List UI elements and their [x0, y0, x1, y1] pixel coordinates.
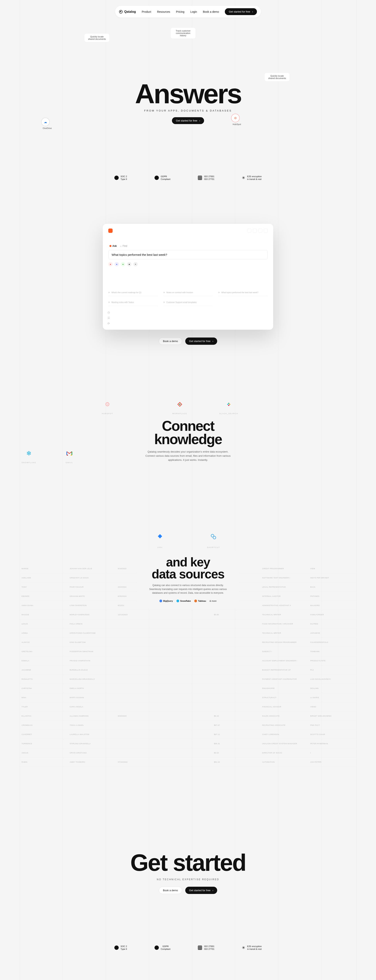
tool-1-icon[interactable] [247, 229, 251, 233]
svg-rect-3 [228, 405, 229, 406]
nav-login[interactable]: Login [190, 10, 197, 13]
table-row: ESMALAPRASAD VANRISTHYNACCOUNT EMPLOYMEN… [20, 656, 356, 665]
query-window: Ask ⌕Find ● ● ● ● + ⟳What's the current … [103, 224, 273, 330]
source-chip-3[interactable]: ● [121, 262, 125, 266]
badge-iso-2: ISO 27001ISO 27701 [198, 945, 214, 951]
callout-documents: Quickly locate shared documents [84, 33, 109, 42]
add-source-chip[interactable]: + [133, 262, 138, 266]
callout-communication: Track customer communication history [170, 27, 196, 39]
table-row: LENNAOPERATIONS FULMESTONETECHNICAL WRIT… [20, 628, 356, 638]
tab-find[interactable]: ⌕Find [120, 245, 127, 247]
tag-bigquery: BigQuery [159, 600, 173, 602]
badge-gdpr: GDPRCompliant [154, 175, 171, 181]
datasources-description: Qatalog can also connect to various stru… [149, 584, 227, 595]
table-row: JACOBINEBURDELLIN-DILELEBUDGET REPRESENT… [20, 665, 356, 675]
table-row: CHRYSTNAEMELIA NORTHEMJADHORIEDEALINN [20, 684, 356, 693]
gdpr-icon [154, 945, 159, 950]
logo[interactable]: Qatalog [119, 10, 136, 14]
source-chip-1[interactable]: ● [108, 262, 113, 266]
search-icon: ⌕ [120, 245, 122, 247]
hubspot-icon: ⚙ [231, 114, 240, 122]
nav-product[interactable]: Product [142, 10, 151, 13]
suggestion-item[interactable]: ⟳Meeting notes with Tealux [108, 300, 158, 306]
suggestion-item[interactable]: ⟳Customer Support email templates [163, 300, 213, 306]
brand-name: Qatalog [124, 10, 136, 14]
svg-rect-1 [229, 404, 230, 405]
hero-subtitle: FROM YOUR APPS, DOCUMENTS & DATABASES [0, 109, 376, 112]
clock-icon[interactable]: ◷ [108, 311, 110, 314]
badge-gdpr-2: GDPRCompliant [154, 945, 171, 951]
getstarted-subtitle: NO TECHNICAL EXPERTISE REQUIRED [0, 878, 376, 881]
tool-2-icon[interactable] [253, 229, 257, 233]
suggestion-item[interactable]: ⟳Notes on contract with Invision [163, 290, 213, 296]
tag-more: & more [209, 600, 216, 602]
svg-rect-0 [227, 404, 228, 405]
connect-title: Connectknowledge [0, 419, 376, 446]
table-row: GRETELINAPODDERTON SWAETNAMSUBJECT ITONB… [20, 647, 356, 656]
getstarted-section: Get started NO TECHNICAL EXPERTISE REQUI… [0, 794, 376, 980]
table-row: ALINYCEKING ELUMFTOMRECRUITING DESIGN PR… [20, 638, 356, 647]
nav-pricing[interactable]: Pricing [176, 10, 184, 13]
table-row: MINAMARTI-GOOKINSTRUCTURACTLA MARIE [20, 693, 356, 702]
soc2-icon [114, 945, 119, 950]
gs-demo-button[interactable]: Book a demo [159, 887, 182, 894]
datasources-section: JIRA SHORTCUT MARGEJOHANY-VAN DER LELIE9… [0, 482, 376, 794]
svg-point-5 [213, 536, 216, 539]
hero-title: Answers [0, 80, 376, 108]
gs-start-button[interactable]: Get started for free [185, 887, 217, 894]
nav-resources[interactable]: Resources [157, 10, 170, 13]
gmail-integration-icon [65, 449, 74, 458]
badge-iso: ISO 27001ISO 27701 [198, 175, 214, 181]
snowflake-tag-icon [176, 600, 179, 602]
shortcut-integration-icon [209, 533, 217, 541]
hubspot-integration-icon: ⚙ [103, 399, 112, 409]
app-logo-icon [108, 229, 113, 233]
svg-rect-2 [228, 403, 229, 404]
soc2-icon [114, 176, 119, 180]
table-row: LEXUSFIOLA ORBANFOOD INFORMATION / ARCHI… [20, 619, 356, 628]
gdpr-icon [154, 176, 159, 180]
bigquery-icon [159, 600, 162, 602]
history-icon[interactable]: ⟳ [108, 322, 110, 325]
encryption-icon: ✳ [242, 175, 245, 180]
iso-icon [198, 176, 202, 180]
encryption-icon: ✳ [242, 945, 245, 950]
source-chip-4[interactable]: ● [127, 262, 132, 266]
getstarted-title: Get started [0, 849, 376, 876]
query-input[interactable] [108, 250, 268, 259]
hero-cta-button[interactable]: Get started for free [172, 117, 204, 124]
onedrive-icon: ☁ [41, 118, 50, 126]
callout-documents-2: Quickly locate shared documents [264, 73, 290, 81]
suggestion-item[interactable]: ⟳What's the current roadmap for Q1 [108, 290, 158, 296]
start-button[interactable]: Get started for free [185, 337, 217, 345]
header: Qatalog Product Resources Pricing Login … [0, 0, 376, 21]
table-row: ROSALETTAMARCELLINA DRUCEKELLYPAYMENT AS… [20, 675, 356, 684]
query-demo-section: Ask ⌕Find ● ● ● ● + ⟳What's the current … [0, 196, 376, 364]
table-row: RABIGAMBY THOBORO07/16/2022$81.54AUTOMAT… [20, 757, 356, 767]
tool-3-icon[interactable] [258, 229, 262, 233]
table-row: CROWBACKTISHA A ANGEL$87.67RECRUITING AS… [20, 721, 356, 730]
demo-button[interactable]: Book a demo [159, 337, 182, 345]
nav-book-demo[interactable]: Book a demo [203, 10, 219, 13]
table-row: TORRENCESTIRLING-GRANISELLI$96.31UNALIGN… [20, 739, 356, 748]
tool-4-icon[interactable] [264, 229, 268, 233]
table-row: ELLANTHAALLANDA-HUBRONS9/20/2023$9.42SAL… [20, 711, 356, 721]
jira-integration-icon [156, 533, 164, 541]
iso-icon [198, 945, 202, 950]
workplace-integration-icon [175, 399, 184, 409]
badge-encryption: ✳ E2E encryptionin transit & rest [242, 175, 262, 181]
compliance-badges: SOC 2Type II GDPRCompliant ISO 27001ISO … [0, 144, 376, 196]
hero: Answers FROM YOUR APPS, DOCUMENTS & DATA… [0, 21, 376, 144]
badge-soc2-2: SOC 2Type II [114, 945, 127, 951]
table-row: ANGUSORVIS GRISTIANO$9.62DIRECTOR OF SOC… [20, 748, 356, 757]
suggestion-list: ⟳What's the current roadmap for Q1⟳Notes… [108, 290, 268, 306]
bookmark-icon[interactable]: ☰ [108, 317, 110, 320]
slack-integration-icon [224, 399, 233, 409]
logo-icon [119, 10, 122, 14]
nav-cta-button[interactable]: Get started for free [225, 8, 257, 15]
tab-ask[interactable]: Ask [109, 245, 117, 247]
snowflake-integration-icon: ❄ [24, 449, 33, 458]
table-row: MAGGIEMORLEY-GHERUSSIS12/13/2023$5.80TEC… [20, 610, 356, 619]
suggestion-item[interactable]: ⟳What topics performed the best last wee… [218, 290, 268, 296]
source-chip-2[interactable]: ● [114, 262, 119, 266]
